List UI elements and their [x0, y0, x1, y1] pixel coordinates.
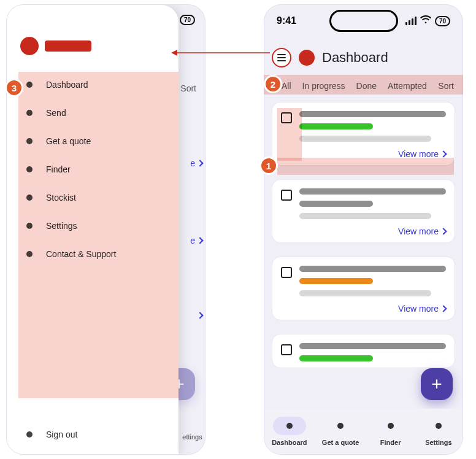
- view-more-link[interactable]: View more: [398, 304, 446, 314]
- tab-label: Settings: [425, 439, 451, 446]
- bullet-icon: [26, 110, 33, 116]
- add-fab[interactable]: +: [421, 368, 453, 400]
- chevron-right-icon: [196, 160, 203, 166]
- bullet-icon: [26, 431, 33, 438]
- drawer-item-quote[interactable]: Get a quote: [26, 136, 159, 146]
- phone-drawer-open: 70 Sort e e + ettings Dashboard Send Get…: [6, 4, 205, 455]
- battery-indicator: 70: [180, 15, 195, 25]
- tabbar-ghost: ettings: [180, 420, 205, 454]
- chevron-right-icon: [196, 237, 203, 244]
- drawer-brand: [7, 5, 178, 74]
- drawer-item-label: Send: [46, 108, 66, 118]
- filter-inprogress[interactable]: In progress: [302, 81, 345, 91]
- status-bar: 9:41 70: [264, 5, 463, 37]
- drawer-item-label: Dashboard: [46, 80, 88, 90]
- bullet-icon: [26, 195, 33, 201]
- brand-dot-icon: [299, 50, 315, 66]
- step-badge-1: 1: [259, 156, 278, 175]
- ghost-view-more: e: [190, 158, 195, 168]
- filter-done[interactable]: Done: [356, 81, 377, 91]
- drawer-item-dashboard[interactable]: Dashboard: [26, 80, 159, 90]
- nav-drawer: Dashboard Send Get a quote Finder Stocki…: [7, 5, 178, 454]
- step-badge-2: 2: [264, 75, 282, 93]
- tab-quote[interactable]: Get a quote: [322, 417, 359, 446]
- background-card-peeks: e e: [180, 66, 205, 318]
- bullet-icon: [26, 223, 33, 229]
- drawer-item-label: Settings: [46, 221, 77, 231]
- card-feed: View more View more: [264, 97, 463, 405]
- hamburger-button[interactable]: [272, 48, 291, 68]
- list-item[interactable]: View more: [272, 102, 455, 166]
- drawer-item-signout[interactable]: Sign out: [26, 430, 159, 439]
- brand-dot-icon: [20, 37, 39, 55]
- drawer-item-send[interactable]: Send: [26, 108, 159, 118]
- chevron-right-icon: [196, 312, 203, 318]
- ghost-view-more: e: [190, 236, 195, 245]
- plus-icon: +: [431, 374, 442, 395]
- signal-icon: [405, 17, 416, 25]
- drawer-item-label: Stockist: [46, 193, 76, 202]
- brand-wordmark: [45, 40, 91, 52]
- checkbox[interactable]: [281, 112, 292, 123]
- list-item[interactable]: View more: [272, 256, 455, 320]
- view-more-link[interactable]: View more: [398, 226, 446, 236]
- bullet-icon: [26, 251, 33, 257]
- dynamic-island: [329, 10, 398, 32]
- tab-label: Get a quote: [322, 439, 359, 446]
- annotation-arrow: [171, 49, 270, 50]
- tab-label-ghost: ettings: [182, 433, 202, 441]
- step-badge-3: 3: [5, 79, 23, 97]
- bottom-tab-bar: Dashboard Get a quote Finder Settings: [264, 409, 463, 454]
- drawer-item-label: Sign out: [46, 430, 77, 439]
- bullet-icon: [26, 138, 33, 144]
- drawer-item-settings[interactable]: Settings: [26, 221, 159, 231]
- tab-label: Finder: [380, 439, 401, 446]
- filter-attempted[interactable]: Attempted: [388, 81, 427, 91]
- drawer-item-label: Get a quote: [46, 136, 91, 146]
- tab-settings[interactable]: Settings: [422, 417, 455, 446]
- view-more-label: View more: [398, 304, 439, 314]
- chevron-right-icon: [440, 305, 447, 312]
- status-time: 9:41: [277, 15, 296, 26]
- checkbox[interactable]: [281, 267, 292, 278]
- tab-finder[interactable]: Finder: [374, 417, 407, 446]
- page-title: Dashboard: [322, 50, 388, 66]
- app-header: Dashboard: [264, 37, 463, 79]
- chevron-right-icon: [440, 228, 447, 234]
- drawer-item-label: Finder: [46, 164, 71, 174]
- view-more-label: View more: [398, 226, 439, 236]
- battery-indicator: 70: [435, 16, 450, 26]
- drawer-item-label: Contact & Support: [46, 249, 116, 259]
- bullet-icon: [26, 166, 33, 172]
- filter-all[interactable]: All: [282, 81, 291, 91]
- wifi-icon: [420, 15, 431, 26]
- view-more-label: View more: [398, 149, 439, 159]
- list-item[interactable]: View more: [272, 179, 455, 243]
- filter-bar: All In progress Done Attempted Sort: [264, 79, 463, 97]
- checkbox[interactable]: [281, 190, 292, 201]
- checkbox[interactable]: [281, 344, 292, 355]
- view-more-link[interactable]: View more: [398, 149, 446, 159]
- drawer-item-stockist[interactable]: Stockist: [26, 193, 159, 202]
- drawer-item-support[interactable]: Contact & Support: [26, 249, 159, 259]
- drawer-item-finder[interactable]: Finder: [26, 164, 159, 174]
- tab-label: Dashboard: [272, 439, 307, 446]
- chevron-right-icon: [440, 150, 447, 157]
- phone-dashboard: 9:41 70 Dashboard All In progress Done A…: [264, 4, 463, 455]
- bullet-icon: [26, 82, 33, 88]
- tab-dashboard[interactable]: Dashboard: [272, 417, 307, 446]
- sort-button[interactable]: Sort: [438, 81, 454, 91]
- list-item[interactable]: [272, 334, 455, 368]
